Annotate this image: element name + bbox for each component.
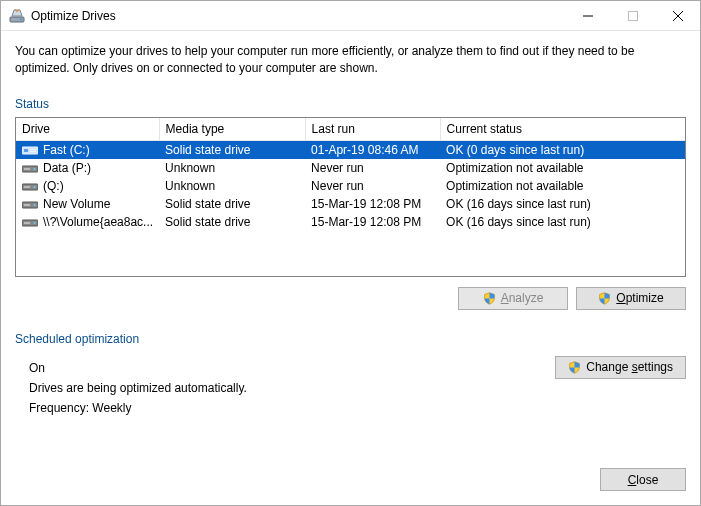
status-section-label: Status [15, 97, 686, 111]
drive-icon [22, 216, 38, 228]
analyze-label: Analyze [501, 291, 544, 305]
last-run: Never run [305, 159, 440, 177]
close-label: Close [628, 473, 659, 487]
table-header-row: Drive Media type Last run Current status [16, 118, 685, 141]
media-type: Unknown [159, 159, 305, 177]
scheduled-section-label: Scheduled optimization [15, 332, 686, 346]
svg-point-17 [34, 204, 36, 206]
optimize-label: Optimize [616, 291, 663, 305]
svg-rect-21 [24, 222, 30, 224]
svg-rect-9 [30, 151, 36, 152]
current-status: OK (16 days since last run) [440, 213, 685, 231]
shield-icon [483, 292, 496, 305]
table-row[interactable]: Fast (C:)Solid state drive01-Apr-19 08:4… [16, 140, 685, 159]
svg-rect-18 [24, 204, 30, 206]
media-type: Unknown [159, 177, 305, 195]
drive-name: (Q:) [43, 179, 64, 193]
footer: Close [1, 468, 700, 505]
scheduled-row: On Drives are being optimized automatica… [15, 352, 686, 419]
titlebar: Optimize Drives [1, 1, 700, 31]
last-run: 15-Mar-19 12:08 PM [305, 195, 440, 213]
current-status: OK (0 days since last run) [440, 140, 685, 159]
last-run: 15-Mar-19 12:08 PM [305, 213, 440, 231]
current-status: Optimization not available [440, 177, 685, 195]
table-row[interactable]: \\?\Volume{aea8ac...Solid state drive15-… [16, 213, 685, 231]
action-button-row: Analyze Optimize [15, 287, 686, 310]
svg-rect-3 [628, 11, 637, 20]
svg-point-11 [34, 168, 36, 170]
svg-rect-12 [24, 168, 30, 170]
svg-rect-7 [24, 149, 28, 152]
intro-text: You can optimize your drives to help you… [15, 43, 686, 77]
shield-icon [598, 292, 611, 305]
drive-icon [22, 198, 38, 210]
change-settings-label: Change settings [586, 360, 673, 374]
drives-table[interactable]: Drive Media type Last run Current status… [16, 118, 685, 231]
table-row[interactable]: Data (P:)UnknownNever runOptimization no… [16, 159, 685, 177]
media-type: Solid state drive [159, 213, 305, 231]
drive-icon [22, 144, 38, 156]
drive-name: Data (P:) [43, 161, 91, 175]
change-settings-button[interactable]: Change settings [555, 356, 686, 379]
content-area: You can optimize your drives to help you… [1, 31, 700, 468]
shield-icon [568, 361, 581, 374]
svg-point-1 [20, 18, 22, 20]
col-current-status[interactable]: Current status [440, 118, 685, 141]
maximize-button[interactable] [610, 1, 655, 30]
scheduled-frequency: Frequency: Weekly [29, 398, 555, 418]
close-button[interactable] [655, 1, 700, 30]
last-run: 01-Apr-19 08:46 AM [305, 140, 440, 159]
close-dialog-button[interactable]: Close [600, 468, 686, 491]
drive-name: Fast (C:) [43, 143, 90, 157]
last-run: Never run [305, 177, 440, 195]
minimize-button[interactable] [565, 1, 610, 30]
drives-table-container: Drive Media type Last run Current status… [15, 117, 686, 277]
media-type: Solid state drive [159, 195, 305, 213]
col-drive[interactable]: Drive [16, 118, 159, 141]
media-type: Solid state drive [159, 140, 305, 159]
scheduled-on-label: On [29, 358, 555, 378]
table-row[interactable]: (Q:)UnknownNever runOptimization not ava… [16, 177, 685, 195]
optimize-button[interactable]: Optimize [576, 287, 686, 310]
drive-name: New Volume [43, 197, 110, 211]
drive-icon [22, 180, 38, 192]
scheduled-info: On Drives are being optimized automatica… [15, 352, 555, 419]
analyze-button[interactable]: Analyze [458, 287, 568, 310]
scheduled-description: Drives are being optimized automatically… [29, 378, 555, 398]
col-last-run[interactable]: Last run [305, 118, 440, 141]
app-icon [9, 8, 25, 24]
svg-rect-15 [24, 186, 30, 188]
optimize-drives-window: Optimize Drives You can optimize your dr… [0, 0, 701, 506]
window-title: Optimize Drives [31, 9, 565, 23]
svg-point-14 [34, 186, 36, 188]
svg-point-20 [34, 222, 36, 224]
col-media-type[interactable]: Media type [159, 118, 305, 141]
drive-name: \\?\Volume{aea8ac... [43, 215, 153, 229]
svg-rect-8 [30, 149, 36, 150]
current-status: Optimization not available [440, 159, 685, 177]
drive-icon [22, 162, 38, 174]
current-status: OK (16 days since last run) [440, 195, 685, 213]
table-row[interactable]: New VolumeSolid state drive15-Mar-19 12:… [16, 195, 685, 213]
